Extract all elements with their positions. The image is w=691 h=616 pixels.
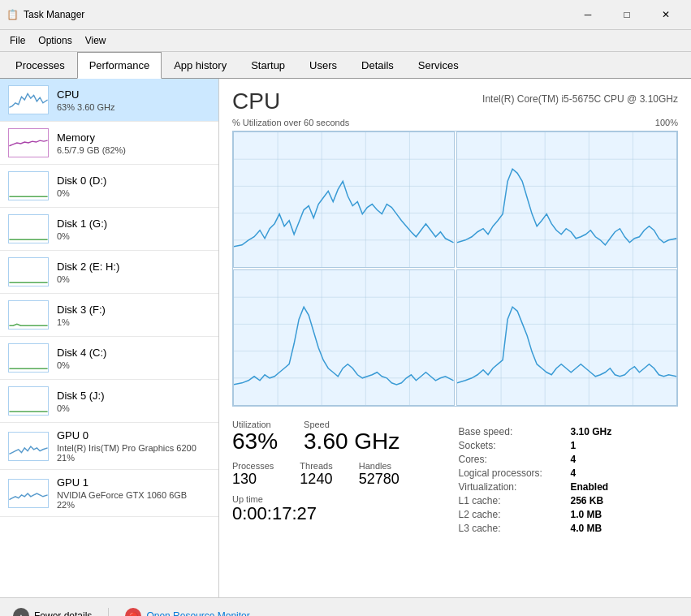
l1cache-val: 256 KB	[571, 495, 604, 506]
disk3-label: Disk 3 (F:)	[57, 304, 210, 316]
tab-startup[interactable]: Startup	[239, 52, 297, 79]
tab-processes[interactable]: Processes	[3, 52, 77, 79]
processes-value: 130	[232, 471, 274, 488]
utilization-value: 63%	[232, 429, 278, 454]
virtualization-key: Virtualization:	[459, 481, 564, 493]
chart-core1	[456, 131, 678, 268]
cpu-title: CPU	[232, 88, 280, 114]
gpu1-detail: NVIDIA GeForce GTX 1060 6GB 22%	[57, 490, 210, 510]
memory-label: Memory	[57, 131, 210, 144]
sidebar-item-memory[interactable]: Memory 6.5/7.9 GB (82%)	[0, 122, 218, 165]
disk1-detail: 0%	[57, 231, 210, 241]
tab-performance[interactable]: Performance	[77, 52, 162, 79]
content-area: CPU Intel(R) Core(TM) i5-5675C CPU @ 3.1…	[219, 79, 691, 597]
chart-label: % Utilization over 60 seconds	[232, 118, 349, 127]
close-button[interactable]: ✕	[647, 3, 685, 26]
menu-options[interactable]: Options	[32, 32, 78, 50]
footer: ▲ Fewer details ⛔ Open Resource Monitor	[0, 597, 691, 616]
sidebar-item-disk2[interactable]: Disk 2 (E: H:) 0%	[0, 251, 218, 294]
cpu-thumb	[8, 85, 49, 114]
cores-key: Cores:	[459, 454, 564, 465]
cpu-label: CPU	[57, 88, 210, 101]
fewer-details-icon: ▲	[13, 608, 29, 616]
sockets-val: 1	[571, 440, 577, 451]
base-speed-key: Base speed:	[459, 426, 564, 437]
uptime-value: 0:00:17:27	[232, 504, 452, 523]
disk2-detail: 0%	[57, 274, 210, 284]
disk4-label: Disk 4 (C:)	[57, 347, 210, 359]
menu-view[interactable]: View	[79, 32, 113, 50]
disk4-thumb	[8, 343, 49, 373]
menu-bar: File Options View	[0, 30, 691, 52]
l1cache-key: L1 cache:	[459, 495, 564, 506]
threads-label: Threads	[300, 461, 332, 471]
disk5-thumb	[8, 386, 49, 416]
open-monitor-button[interactable]: ⛔ Open Resource Monitor	[122, 605, 253, 616]
disk0-detail: 0%	[57, 188, 210, 198]
disk1-label: Disk 1 (G:)	[57, 218, 210, 230]
cpu-charts	[232, 131, 678, 407]
tab-bar: Processes Performance App history Startu…	[0, 52, 691, 79]
tab-users[interactable]: Users	[297, 52, 349, 79]
l3cache-key: L3 cache:	[459, 523, 564, 534]
logical-proc-key: Logical processors:	[459, 467, 564, 479]
chart-core0	[233, 131, 455, 268]
memory-thumb	[8, 128, 49, 157]
sidebar: CPU 63% 3.60 GHz Memory 6.5/7.9 GB (82%)…	[0, 79, 219, 597]
minimize-button[interactable]: ─	[569, 3, 607, 26]
disk3-detail: 1%	[57, 317, 210, 327]
maximize-button[interactable]: □	[608, 3, 646, 26]
sidebar-item-gpu0[interactable]: GPU 0 Intel(R) Iris(TM) Pro Graphics 620…	[0, 423, 218, 470]
l2cache-val: 1.0 MB	[571, 509, 602, 520]
gpu1-label: GPU 1	[57, 476, 210, 489]
open-monitor-label: Open Resource Monitor	[146, 610, 249, 616]
main-area: CPU 63% 3.60 GHz Memory 6.5/7.9 GB (82%)…	[0, 79, 691, 597]
disk0-label: Disk 0 (D:)	[57, 174, 210, 187]
cpu-model: Intel(R) Core(TM) i5-5675C CPU @ 3.10GHz	[482, 93, 678, 105]
gpu0-thumb	[8, 432, 49, 461]
open-monitor-icon: ⛔	[125, 608, 141, 616]
disk2-label: Disk 2 (E: H:)	[57, 261, 210, 273]
disk2-thumb	[8, 257, 49, 286]
menu-file[interactable]: File	[3, 32, 32, 50]
base-speed-val: 3.10 GHz	[571, 426, 612, 437]
handles-value: 52780	[359, 471, 399, 488]
gpu1-thumb	[8, 479, 49, 508]
sidebar-item-disk1[interactable]: Disk 1 (G:) 0%	[0, 208, 218, 251]
sockets-key: Sockets:	[459, 440, 564, 451]
disk0-thumb	[8, 171, 49, 200]
chart-core3	[456, 269, 678, 406]
gpu0-detail: Intel(R) Iris(TM) Pro Graphics 6200 21%	[57, 443, 210, 463]
fewer-details-button[interactable]: ▲ Fewer details	[10, 605, 95, 616]
tab-details[interactable]: Details	[349, 52, 406, 79]
sidebar-item-disk0[interactable]: Disk 0 (D:) 0%	[0, 165, 218, 208]
sidebar-item-disk3[interactable]: Disk 3 (F:) 1%	[0, 294, 218, 337]
processes-label: Processes	[232, 461, 274, 471]
tab-services[interactable]: Services	[406, 52, 471, 79]
tab-apphistory[interactable]: App history	[162, 52, 239, 79]
title-bar: 📋 Task Manager ─ □ ✕	[0, 0, 691, 30]
cores-val: 4	[571, 454, 577, 465]
chart-core2	[233, 269, 455, 406]
logical-proc-val: 4	[571, 467, 577, 479]
sidebar-item-disk4[interactable]: Disk 4 (C:) 0%	[0, 337, 218, 380]
memory-detail: 6.5/7.9 GB (82%)	[57, 145, 210, 155]
sidebar-item-disk5[interactable]: Disk 5 (J:) 0%	[0, 380, 218, 423]
handles-label: Handles	[359, 461, 399, 471]
sidebar-item-cpu[interactable]: CPU 63% 3.60 GHz	[0, 79, 218, 122]
disk5-detail: 0%	[57, 403, 210, 413]
fewer-details-label: Fewer details	[34, 610, 92, 616]
speed-value: 3.60 GHz	[304, 429, 399, 454]
app-title: Task Manager	[24, 9, 84, 20]
chart-max: 100%	[655, 118, 678, 127]
disk5-label: Disk 5 (J:)	[57, 390, 210, 402]
disk1-thumb	[8, 214, 49, 243]
sidebar-item-gpu1[interactable]: GPU 1 NVIDIA GeForce GTX 1060 6GB 22%	[0, 470, 218, 517]
l3cache-val: 4.0 MB	[571, 523, 602, 534]
disk4-detail: 0%	[57, 360, 210, 370]
cpu-detail: 63% 3.60 GHz	[57, 102, 210, 112]
l2cache-key: L2 cache:	[459, 509, 564, 520]
threads-value: 1240	[300, 471, 332, 488]
app-icon: 📋	[6, 9, 19, 20]
footer-separator	[108, 608, 109, 616]
